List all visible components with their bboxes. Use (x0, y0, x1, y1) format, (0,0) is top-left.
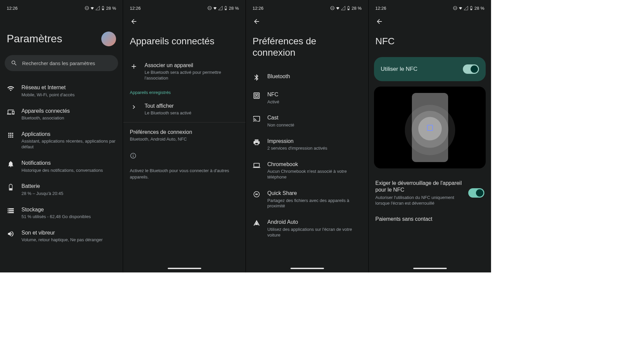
status-bar: 12:26 28 % (369, 4, 491, 12)
divider (123, 122, 246, 122)
avatar[interactable] (101, 32, 116, 46)
signal-icon (341, 6, 345, 10)
page-title: Préférences de connexion (246, 25, 368, 68)
nfc-screen: 12:26 28 % NFC Utiliser le NFC Exiger le… (368, 0, 491, 272)
info-row (123, 147, 246, 164)
settings-item-sound[interactable]: Son et vibreurVolume, retour haptique, N… (0, 224, 123, 248)
status-bar: 12:26 28 % (0, 4, 123, 12)
use-nfc-label: Utiliser le NFC (381, 66, 418, 72)
use-nfc-toggle-card[interactable]: Utiliser le NFC (374, 57, 486, 81)
connection-preferences-screen: 12:26 28 % Préférences de connexion Blue… (246, 0, 368, 272)
pref-item-nfc[interactable]: NFCActivé (246, 86, 368, 109)
laptop-icon (253, 162, 260, 169)
pref-item-print[interactable]: Impression2 services d'impression activé… (246, 133, 368, 156)
status-icons: 28 % (330, 6, 362, 11)
nav-handle[interactable] (168, 268, 201, 269)
battery-icon (346, 6, 351, 10)
pair-device-button[interactable]: Associer un appareilLe Bluetooth sera ac… (123, 57, 246, 86)
search-icon (11, 60, 17, 66)
wifi-icon (213, 6, 217, 10)
storage-icon (7, 207, 14, 214)
require-unlock-row[interactable]: Exiger le déverrouillage de l'appareil p… (369, 175, 491, 211)
plus-icon (130, 63, 138, 70)
svg-rect-14 (348, 6, 349, 6)
devices-icon (7, 108, 14, 116)
svg-rect-5 (9, 189, 12, 190)
wifi-icon (90, 6, 95, 10)
show-all-button[interactable]: Tout afficherLe Bluetooth sera activé (123, 98, 246, 121)
battery-percent: 28 % (106, 6, 116, 11)
battery-icon (7, 184, 14, 191)
wifi-icon (458, 6, 463, 10)
use-nfc-toggle[interactable] (463, 64, 479, 74)
pref-item-chromebook[interactable]: ChromebookAucun Chromebook n'est associé… (246, 156, 368, 185)
settings-item-storage[interactable]: Stockage51 % utilisés - 62,48 Go disponi… (0, 201, 123, 224)
status-time: 12:26 (375, 6, 386, 11)
search-placeholder: Rechercher dans les paramètres (22, 60, 95, 66)
status-icons: 28 % (207, 6, 239, 11)
signal-icon (95, 6, 100, 10)
nav-handle[interactable] (413, 268, 447, 269)
nfc-illustration (374, 87, 486, 168)
settings-item-apps[interactable]: ApplicationsAssistant, applications réce… (0, 126, 123, 155)
connected-devices-screen: 12:26 28 % Appareils connectés Associer … (123, 0, 246, 272)
pref-item-quickshare[interactable]: Quick SharePartagez des fichiers avec de… (246, 185, 368, 214)
pref-item-bluetooth[interactable]: Bluetooth (246, 68, 368, 86)
nfc-icon (253, 92, 260, 99)
status-bar: 12:26 28 % (246, 4, 368, 12)
search-input[interactable]: Rechercher dans les paramètres (5, 55, 118, 71)
status-bar: 12:26 28 % (123, 4, 246, 12)
status-icons: 28 % (85, 6, 116, 11)
wifi-icon (335, 6, 340, 10)
info-icon (130, 152, 137, 159)
svg-rect-9 (225, 6, 226, 6)
dnd-icon (453, 6, 458, 10)
bell-icon (7, 160, 14, 168)
info-text: Activez le Bluetooth pour vous connecter… (123, 164, 246, 184)
settings-item-network[interactable]: Réseau et InternetMobile, Wi-Fi, point d… (0, 79, 123, 102)
battery-percent: 28 % (474, 6, 484, 11)
settings-item-connected[interactable]: Appareils connectésBluetooth, associatio… (0, 103, 123, 126)
section-header-saved: Appareils enregistrés (123, 86, 246, 98)
speaker-icon (7, 230, 14, 238)
apps-icon (7, 132, 14, 139)
chevron-right-icon (130, 103, 138, 111)
settings-item-notifications[interactable]: NotificationsHistorique des notification… (0, 155, 123, 178)
status-icons: 28 % (453, 6, 484, 11)
svg-rect-20 (471, 6, 472, 6)
svg-rect-4 (103, 9, 104, 10)
wifi-icon (7, 85, 14, 92)
status-time: 12:26 (130, 6, 141, 11)
settings-item-battery[interactable]: Batterie28 % – Jusqu'à 20:45 (0, 178, 123, 201)
svg-point-16 (254, 192, 260, 197)
svg-rect-10 (225, 9, 227, 10)
androidauto-icon (253, 219, 260, 227)
dnd-icon (85, 6, 89, 10)
page-title: NFC (369, 25, 491, 57)
page-title: Appareils connectés (123, 25, 246, 57)
pref-item-androidauto[interactable]: Android AutoUtilisez des applications su… (246, 214, 368, 243)
battery-percent: 28 % (352, 6, 362, 11)
back-button[interactable] (130, 17, 138, 25)
svg-rect-21 (471, 9, 472, 10)
contactless-payments-row[interactable]: Paiements sans contact (369, 211, 491, 227)
back-button[interactable] (253, 17, 261, 25)
svg-rect-3 (103, 6, 103, 6)
require-unlock-toggle[interactable] (468, 188, 484, 198)
bluetooth-icon (253, 74, 260, 81)
svg-rect-15 (348, 9, 350, 10)
cast-icon (253, 115, 260, 122)
dnd-icon (330, 6, 335, 10)
nfc-chip-icon (427, 124, 433, 131)
print-icon (253, 139, 260, 146)
share-icon (253, 191, 260, 198)
nav-handle[interactable] (290, 268, 324, 269)
battery-percent: 28 % (229, 6, 239, 11)
dnd-icon (207, 6, 212, 10)
back-button[interactable] (375, 17, 383, 25)
battery-icon (469, 6, 474, 10)
pref-item-cast[interactable]: CastNon connecté (246, 109, 368, 133)
status-time: 12:26 (7, 6, 18, 11)
connection-preferences-button[interactable]: Préférences de connexionBluetooth, Andro… (123, 124, 246, 147)
battery-icon (101, 6, 105, 10)
